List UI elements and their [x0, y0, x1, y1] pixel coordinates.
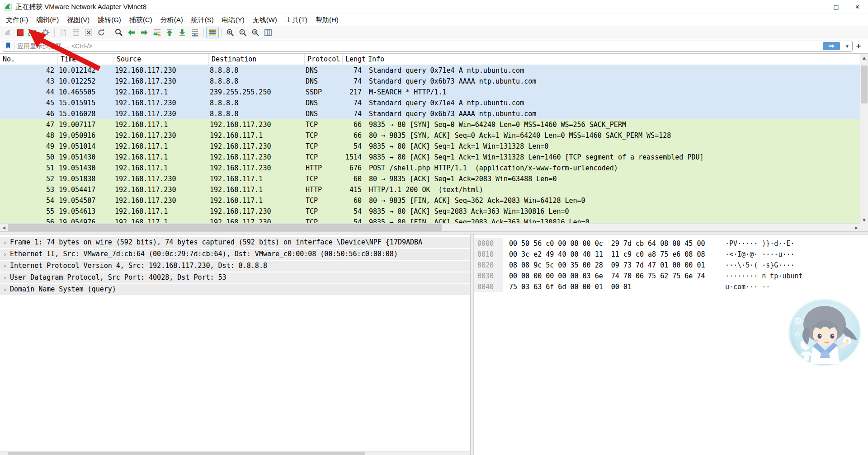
scroll-up-icon[interactable]: ▲	[860, 54, 868, 61]
expand-arrow-icon[interactable]: ›	[0, 249, 10, 260]
expand-arrow-icon[interactable]: ›	[0, 272, 10, 283]
packet-list-vertical-scrollbar[interactable]: ▲ ▼	[860, 54, 868, 224]
packet-row-45[interactable]: 4515.015915192.168.117.2308.8.8.8DNS74St…	[0, 98, 860, 108]
detail-row-dns[interactable]: ›Domain Name System (query)	[0, 284, 470, 295]
menu-telephony[interactable]: 电话(Y)	[218, 14, 249, 26]
vertical-scroll-thumb[interactable]	[861, 66, 868, 103]
zoom-reset-button[interactable]	[250, 27, 261, 38]
packet-list-horizontal-scrollbar[interactable]: ◀ ▶	[0, 223, 860, 231]
auto-scroll-button[interactable]	[189, 27, 201, 38]
scroll-right-icon[interactable]: ▶	[462, 452, 470, 455]
menu-statistics[interactable]: 统计(S)	[187, 14, 218, 26]
minimize-button[interactable]: ─	[804, 0, 826, 14]
menu-help[interactable]: 帮助(H)	[311, 14, 343, 26]
expand-arrow-icon[interactable]: ›	[0, 284, 10, 295]
go-first-button[interactable]	[164, 27, 175, 38]
packet-row-42[interactable]: 4210.012142192.168.117.2308.8.8.8DNS74St…	[0, 65, 860, 76]
close-capture-button[interactable]	[83, 27, 94, 38]
details-horizontal-scrollbar[interactable]: ◀ ▶	[0, 451, 470, 455]
packet-row-48[interactable]: 4819.050916192.168.117.230192.168.117.1T…	[0, 130, 860, 141]
column-header-info[interactable]: Info	[365, 54, 860, 65]
hex-bytes[interactable]: 00 50 56 c0 00 08 00 0c 29 7d cb 64 08 0…	[509, 238, 713, 249]
mascot-image: Φ	[787, 296, 863, 372]
detail-row-frame[interactable]: ›Frame 1: 74 bytes on wire (592 bits), 7…	[0, 237, 470, 248]
hex-ascii[interactable]: ·<·I@·@· ····u···	[725, 249, 795, 260]
close-button[interactable]: ✕	[847, 0, 868, 14]
detail-row-ethernet[interactable]: ›Ethernet II, Src: VMware_7d:cb:64 (00:0…	[0, 249, 470, 260]
go-back-button[interactable]	[126, 27, 137, 38]
save-file-button[interactable]	[70, 27, 82, 38]
packet-row-50[interactable]: 5019.051430192.168.117.1192.168.117.230T…	[0, 152, 860, 163]
scroll-down-icon[interactable]: ▼	[860, 216, 868, 224]
packet-row-53[interactable]: 5319.054417192.168.117.230192.168.117.1H…	[0, 184, 860, 195]
zoom-in-button[interactable]	[224, 27, 236, 38]
hex-bytes[interactable]: 75 03 63 6f 6d 00 00 01 00 01	[509, 281, 713, 292]
scroll-right-icon[interactable]: ▶	[853, 224, 860, 231]
go-last-button[interactable]	[176, 27, 188, 38]
detail-row-ip[interactable]: ›Internet Protocol Version 4, Src: 192.1…	[0, 261, 470, 272]
column-header-protocol[interactable]: Protocol	[305, 54, 343, 65]
menu-tools[interactable]: 工具(T)	[281, 14, 311, 26]
packet-row-46[interactable]: 4615.016028192.168.117.2308.8.8.8DNS74St…	[0, 108, 860, 119]
details-hex-splitter[interactable]	[471, 235, 474, 455]
hex-ascii[interactable]: ·PV····· )}·d··E·	[725, 238, 795, 249]
menu-edit[interactable]: 编辑(E)	[32, 14, 63, 26]
scroll-left-icon[interactable]: ◀	[0, 452, 8, 455]
menu-analyze[interactable]: 分析(A)	[156, 14, 187, 26]
expand-arrow-icon[interactable]: ›	[0, 261, 10, 272]
menu-view[interactable]: 视图(V)	[63, 14, 94, 26]
colorize-button[interactable]	[207, 27, 218, 38]
horizontal-scroll-thumb[interactable]	[8, 224, 442, 231]
stop-capture-button[interactable]	[14, 27, 26, 38]
hex-bytes[interactable]: 08 08 9c 5c 00 35 00 28 09 73 7d 47 01 0…	[509, 260, 713, 271]
packet-row-51[interactable]: 5119.051430192.168.117.1192.168.117.230H…	[0, 163, 860, 174]
go-forward-button[interactable]	[138, 27, 150, 38]
column-header-time[interactable]: Time	[58, 54, 114, 65]
expand-arrow-icon[interactable]: ›	[0, 237, 10, 248]
hex-ascii[interactable]: ···\·5·( ·s}G····	[725, 260, 795, 271]
restart-capture-button[interactable]	[27, 27, 39, 38]
hex-ascii[interactable]: u·com··· ··	[725, 281, 770, 292]
packet-details-pane: ›Frame 1: 74 bytes on wire (592 bits), 7…	[0, 235, 471, 455]
details-scroll-thumb[interactable]	[8, 452, 365, 455]
find-packet-button[interactable]	[113, 27, 125, 38]
filter-bookmark-button[interactable]	[2, 41, 14, 51]
scroll-left-icon[interactable]: ◀	[0, 224, 8, 231]
capture-options-button[interactable]	[40, 27, 52, 38]
packet-row-43[interactable]: 4310.012252192.168.117.2308.8.8.8DNS74St…	[0, 76, 860, 87]
hex-bytes[interactable]: 00 3c e2 49 40 00 40 11 11 c9 c0 a8 75 e…	[509, 249, 713, 260]
detail-row-udp[interactable]: ›User Datagram Protocol, Src Port: 40028…	[0, 272, 470, 283]
maximize-button[interactable]: □	[826, 0, 847, 14]
menu-file[interactable]: 文件(F)	[2, 14, 32, 26]
reload-button[interactable]	[95, 27, 107, 38]
filter-apply-button[interactable]	[823, 42, 840, 50]
filter-add-button[interactable]: +	[853, 41, 864, 51]
column-header-source[interactable]: Source	[114, 54, 209, 65]
column-header-no[interactable]: No.	[0, 54, 58, 65]
hex-row[interactable]: 004075 03 63 6f 6d 00 00 01 00 01u·com··…	[474, 281, 868, 292]
menu-go[interactable]: 跳转(G)	[94, 14, 125, 26]
hex-bytes[interactable]: 00 00 00 00 00 00 03 6e 74 70 06 75 62 7…	[509, 271, 713, 281]
packet-row-54[interactable]: 5419.054587192.168.117.230192.168.117.1T…	[0, 195, 860, 206]
hex-row[interactable]: 002008 08 9c 5c 00 35 00 28 09 73 7d 47 …	[474, 260, 868, 271]
start-capture-button[interactable]	[2, 27, 14, 38]
packet-row-49[interactable]: 4919.051014192.168.117.1192.168.117.230T…	[0, 141, 860, 152]
hex-ascii[interactable]: ········ n tp·ubunt	[725, 271, 803, 281]
column-header-destination[interactable]: Destination	[209, 54, 305, 65]
resize-columns-button[interactable]	[262, 27, 274, 38]
menu-wireless[interactable]: 无线(W)	[249, 14, 281, 26]
hex-row[interactable]: 003000 00 00 00 00 00 03 6e 74 70 06 75 …	[474, 271, 868, 281]
menu-capture[interactable]: 捕获(C)	[125, 14, 156, 26]
open-file-button[interactable]	[57, 27, 69, 38]
hex-row[interactable]: 000000 50 56 c0 00 08 00 0c 29 7d cb 64 …	[474, 238, 868, 249]
zoom-out-button[interactable]	[237, 27, 249, 38]
display-filter-input[interactable]	[14, 42, 823, 50]
hex-row[interactable]: 001000 3c e2 49 40 00 40 11 11 c9 c0 a8 …	[474, 249, 868, 260]
packet-row-44[interactable]: 4410.465505192.168.117.1239.255.255.250S…	[0, 87, 860, 98]
packet-row-55[interactable]: 5519.054613192.168.117.1192.168.117.230T…	[0, 206, 860, 217]
packet-row-47[interactable]: 4719.007117192.168.117.1192.168.117.230T…	[0, 119, 860, 130]
column-header-length[interactable]: Length	[343, 54, 365, 65]
filter-dropdown-button[interactable]: ▼	[842, 42, 852, 51]
packet-row-52[interactable]: 5219.051838192.168.117.230192.168.117.1T…	[0, 174, 860, 184]
go-to-packet-button[interactable]	[151, 27, 163, 38]
